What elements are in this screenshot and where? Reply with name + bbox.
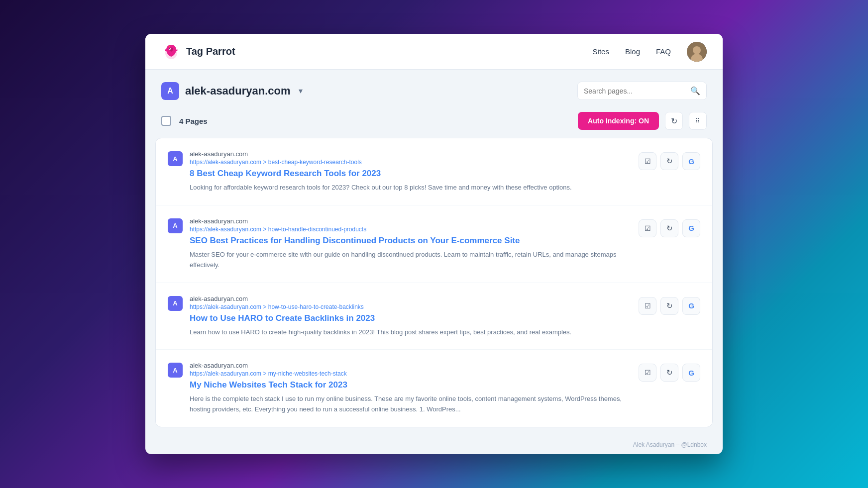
page-url[interactable]: https://alek-asaduryan.com > how-to-use-… [190,303,631,310]
nav-blog[interactable]: Blog [625,47,640,56]
footer: Alek Asaduryan – @Ldnbox [145,437,723,454]
refresh-icon: ↻ [666,301,673,310]
page-google-button[interactable]: G [682,297,700,315]
grid-view-button[interactable]: ⠿ [689,112,707,130]
avatar-svg [687,42,707,62]
search-icon[interactable]: 🔍 [690,86,700,96]
page-content: A alek-asaduryan.com https://alek-asadur… [168,362,631,415]
page-select-button[interactable]: ☑ [639,297,656,315]
refresh-icon: ↻ [671,116,677,126]
google-icon: G [688,301,694,310]
page-actions: ☑ ↻ G [639,362,700,382]
chevron-down-icon: ▾ [299,86,303,96]
page-description: Learn how to use HARO to create high-qua… [190,327,631,338]
parrot-logo-icon [161,42,181,62]
page-title[interactable]: My Niche Websites Tech Stack for 2023 [190,380,631,390]
page-google-button[interactable]: G [682,152,700,170]
pages-count: 4 Pages [179,117,208,125]
search-bar: 🔍 [577,82,707,100]
page-refresh-button[interactable]: ↻ [660,364,678,382]
page-description: Here is the complete tech stack I use to… [190,394,631,415]
footer-credit: Alek Asaduryan – @Ldnbox [633,441,707,448]
grid-icon: ⠿ [695,117,700,124]
page-info: alek-asaduryan.com https://alek-asadurya… [190,217,631,271]
app-window: Tag Parrot Sites Blog FAQ A alek-asa [145,34,723,454]
page-info: alek-asaduryan.com https://alek-asadurya… [190,150,631,193]
toolbar-right: Auto Indexing: ON ↻ ⠿ [578,112,707,130]
page-actions: ☑ ↻ G [639,150,700,170]
page-domain: alek-asaduryan.com [190,150,631,158]
page-refresh-button[interactable]: ↻ [660,297,678,315]
page-item: A alek-asaduryan.com https://alek-asadur… [156,205,712,283]
auto-index-button[interactable]: Auto Indexing: ON [578,112,659,130]
page-site-icon: A [168,218,183,233]
checkbox-icon: ☑ [645,157,651,165]
page-refresh-button[interactable]: ↻ [660,219,678,237]
page-select-button[interactable]: ☑ [639,219,656,237]
page-domain: alek-asaduryan.com [190,295,631,302]
sub-header: A alek-asaduryan.com ▾ 🔍 [145,70,723,108]
user-avatar[interactable] [687,42,707,62]
page-google-button[interactable]: G [682,219,700,237]
svg-point-4 [693,46,701,54]
svg-point-2 [169,48,170,49]
refresh-icon: ↻ [666,224,673,233]
page-info: alek-asaduryan.com https://alek-asadurya… [190,362,631,415]
page-url[interactable]: https://alek-asaduryan.com > how-to-hand… [190,226,631,233]
site-selector[interactable]: A alek-asaduryan.com ▾ [161,82,303,100]
page-site-icon: A [168,296,183,311]
page-select-button[interactable]: ☑ [639,152,656,170]
page-item: A alek-asaduryan.com https://alek-asadur… [156,138,712,205]
google-icon: G [688,224,694,232]
site-icon: A [161,82,179,100]
page-site-icon: A [168,363,183,378]
page-domain: alek-asaduryan.com [190,217,631,225]
page-actions: ☑ ↻ G [639,295,700,315]
page-title[interactable]: SEO Best Practices for Handling Disconti… [190,236,631,246]
page-select-button[interactable]: ☑ [639,364,656,382]
pages-list: A alek-asaduryan.com https://alek-asadur… [155,138,713,427]
page-content: A alek-asaduryan.com https://alek-asadur… [168,217,631,271]
page-url[interactable]: https://alek-asaduryan.com > my-niche-we… [190,370,631,377]
toolbar-left: 4 Pages [161,116,208,126]
nav-faq[interactable]: FAQ [656,47,671,56]
page-description: Looking for affordable keyword research … [190,183,631,193]
page-url[interactable]: https://alek-asaduryan.com > best-cheap-… [190,159,631,166]
page-google-button[interactable]: G [682,364,700,382]
select-all-checkbox[interactable] [161,116,171,126]
page-info: alek-asaduryan.com https://alek-asadurya… [190,295,631,338]
google-icon: G [688,157,694,166]
page-content: A alek-asaduryan.com https://alek-asadur… [168,295,631,338]
page-title[interactable]: How to Use HARO to Create Backlinks in 2… [190,313,631,323]
page-site-icon: A [168,151,183,166]
toolbar: 4 Pages Auto Indexing: ON ↻ ⠿ [145,108,723,138]
search-input[interactable] [584,87,686,95]
page-content: A alek-asaduryan.com https://alek-asadur… [168,150,631,193]
page-domain: alek-asaduryan.com [190,362,631,369]
page-actions: ☑ ↻ G [639,217,700,237]
logo-area: Tag Parrot [161,42,235,62]
site-name: alek-asaduryan.com [185,85,291,98]
page-item: A alek-asaduryan.com https://alek-asadur… [156,350,712,427]
refresh-button[interactable]: ↻ [665,112,683,130]
checkbox-icon: ☑ [645,369,651,377]
checkbox-icon: ☑ [645,302,651,310]
logo-text: Tag Parrot [186,46,235,57]
page-description: Master SEO for your e-commerce site with… [190,250,631,271]
avatar-image [687,42,707,62]
refresh-icon: ↻ [666,368,673,377]
page-refresh-button[interactable]: ↻ [660,152,678,170]
checkbox-icon: ☑ [645,224,651,232]
nav-sites[interactable]: Sites [593,47,609,56]
refresh-icon: ↻ [666,157,673,166]
top-nav: Tag Parrot Sites Blog FAQ [145,34,723,70]
page-title[interactable]: 8 Best Cheap Keyword Research Tools for … [190,169,631,179]
nav-links: Sites Blog FAQ [593,42,707,62]
page-item: A alek-asaduryan.com https://alek-asadur… [156,283,712,350]
google-icon: G [688,369,694,377]
